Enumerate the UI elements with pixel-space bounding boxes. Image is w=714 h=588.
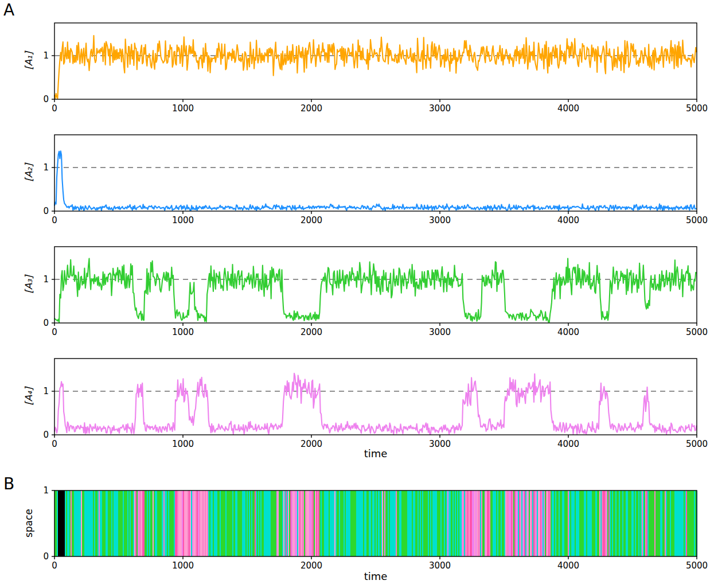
x-tick-label: 2000 xyxy=(301,103,322,114)
x-tick-label: 1000 xyxy=(172,560,194,571)
x-tick-label: 4000 xyxy=(557,103,579,114)
x-tick-label: 1000 xyxy=(172,439,194,449)
space-time-strip xyxy=(54,490,697,556)
x-tick-label: 4000 xyxy=(557,215,579,225)
x-tick-label: 3000 xyxy=(429,103,451,114)
x-tick-label: 5000 xyxy=(686,560,708,571)
x-tick-label: 5000 xyxy=(686,103,708,114)
x-tick-label: 4000 xyxy=(557,327,579,337)
series-line-A1 xyxy=(54,36,697,99)
x-tick-label: 1000 xyxy=(172,327,194,337)
x-tick-label: 2000 xyxy=(301,439,322,449)
series-line-A3 xyxy=(54,259,697,322)
y-tick-label: 0 xyxy=(43,430,49,440)
x-tick-label: 2000 xyxy=(301,215,322,225)
x-tick-label: 3000 xyxy=(429,215,451,225)
y-tick-label: 1 xyxy=(43,485,49,496)
x-tick-label: 5000 xyxy=(686,327,708,337)
x-tick-label: 3000 xyxy=(429,327,451,337)
x-tick-label: 2000 xyxy=(301,327,322,337)
x-tick-label: 4000 xyxy=(557,560,579,571)
figure: A B [A₁] [A₂] [A₃] [A₄] space time time … xyxy=(0,0,714,588)
x-tick-label: 0 xyxy=(52,327,57,337)
plot-frame-A2 xyxy=(54,135,697,211)
x-tick-label: 5000 xyxy=(686,215,708,225)
x-tick-label: 0 xyxy=(52,103,57,114)
x-tick-label: 3000 xyxy=(429,439,451,449)
y-tick-label: 0 xyxy=(43,551,49,562)
x-tick-label: 1000 xyxy=(172,215,194,225)
x-tick-label: 3000 xyxy=(429,560,451,571)
y-tick-label: 1 xyxy=(43,386,49,396)
y-tick-label: 0 xyxy=(43,318,49,328)
x-tick-label: 5000 xyxy=(686,439,708,449)
y-tick-label: 1 xyxy=(43,162,49,173)
x-tick-label: 4000 xyxy=(557,439,579,449)
x-tick-label: 0 xyxy=(52,560,57,571)
y-tick-label: 0 xyxy=(43,206,49,216)
x-tick-label: 1000 xyxy=(172,103,194,114)
y-tick-label: 0 xyxy=(43,94,49,104)
series-line-A4 xyxy=(54,373,697,434)
y-tick-label: 1 xyxy=(43,50,49,61)
figure-canvas: 0100020003000400050000101000200030004000… xyxy=(0,0,714,588)
series-line-A2 xyxy=(54,151,697,211)
x-tick-label: 0 xyxy=(52,439,57,449)
y-tick-label: 1 xyxy=(43,274,49,285)
x-tick-label: 2000 xyxy=(301,560,322,571)
x-tick-label: 0 xyxy=(52,215,57,225)
